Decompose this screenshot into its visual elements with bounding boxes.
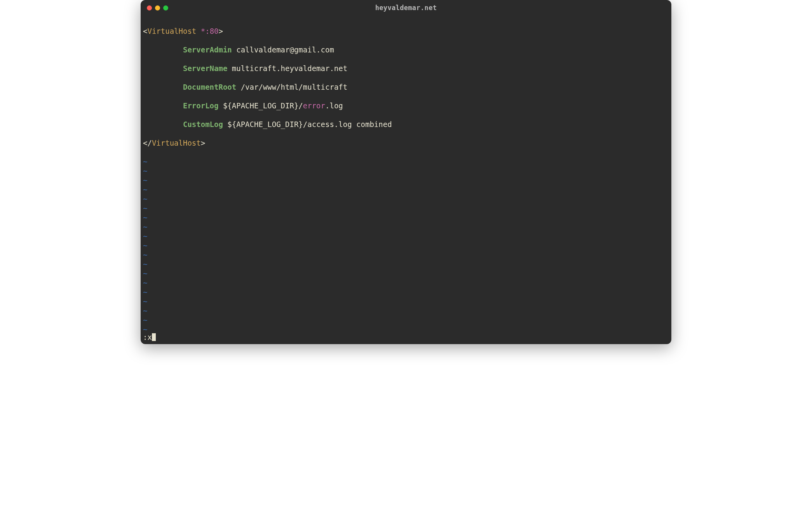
window-controls [141, 5, 168, 10]
directive-value-suffix: .log [325, 101, 343, 110]
code-line: </VirtualHost> [143, 138, 669, 148]
tag-open-bracket: < [143, 27, 147, 35]
vim-empty-line: ~ [143, 166, 669, 176]
code-line: <VirtualHost *:80> [143, 26, 669, 36]
directive-document-root: DocumentRoot [183, 83, 236, 91]
tilde-icon: ~ [143, 241, 147, 250]
vim-empty-line: ~ [143, 176, 669, 185]
tag-close-close-bracket: > [201, 139, 205, 147]
vim-empty-line: ~ [143, 269, 669, 278]
tilde-icon: ~ [143, 185, 147, 194]
terminal-window: heyvaldemar.net <VirtualHost *:80> Serve… [141, 0, 671, 344]
tilde-icon: ~ [143, 316, 147, 324]
tilde-icon: ~ [143, 167, 147, 175]
tilde-icon: ~ [143, 297, 147, 306]
window-title: heyvaldemar.net [141, 3, 671, 12]
minimize-icon[interactable] [155, 5, 160, 10]
vim-empty-line: ~ [143, 157, 669, 166]
vim-empty-line: ~ [143, 306, 669, 315]
tag-close-open-bracket: </ [143, 139, 152, 147]
code-line: DocumentRoot /var/www/html/multicraft [143, 82, 669, 92]
tag-close-bracket: > [219, 27, 223, 35]
directive-custom-log: CustomLog [183, 120, 223, 129]
code-line: ServerAdmin callvaldemar@gmail.com [143, 45, 669, 54]
vim-empty-line: ~ [143, 241, 669, 250]
close-icon[interactable] [147, 5, 152, 10]
cursor-icon [152, 333, 156, 341]
directive-server-name: ServerName [183, 64, 227, 73]
vim-command-line[interactable]: :x [141, 332, 671, 344]
vim-empty-line: ~ [143, 204, 669, 213]
tag-space [196, 27, 200, 35]
tilde-icon: ~ [143, 176, 147, 184]
titlebar: heyvaldemar.net [141, 0, 671, 16]
tilde-icon: ~ [143, 204, 147, 212]
tilde-icon: ~ [143, 278, 147, 287]
vim-editor[interactable]: <VirtualHost *:80> ServerAdmin callvalde… [141, 16, 671, 332]
tilde-icon: ~ [143, 260, 147, 268]
maximize-icon[interactable] [163, 5, 168, 10]
vim-empty-line: ~ [143, 325, 669, 332]
code-line: ErrorLog ${APACHE_LOG_DIR}/error.log [143, 101, 669, 110]
vim-empty-line: ~ [143, 278, 669, 287]
directive-value: callvaldemar@gmail.com [232, 45, 334, 54]
directive-server-admin: ServerAdmin [183, 45, 232, 54]
vim-empty-line: ~ [143, 231, 669, 241]
vim-empty-line: ~ [143, 315, 669, 325]
vim-empty-line: ~ [143, 213, 669, 222]
command-prefix: : [143, 332, 147, 342]
vim-empty-line: ~ [143, 259, 669, 269]
tag-close-name: VirtualHost [152, 139, 201, 147]
tilde-icon: ~ [143, 288, 147, 296]
tilde-icon: ~ [143, 269, 147, 278]
tilde-icon: ~ [143, 195, 147, 203]
tilde-icon: ~ [143, 251, 147, 259]
directive-value-prefix: ${APACHE_LOG_DIR}/ [218, 101, 303, 110]
tilde-icon: ~ [143, 306, 147, 315]
vim-empty-line: ~ [143, 250, 669, 259]
error-keyword: error [303, 101, 325, 110]
tilde-icon: ~ [143, 157, 147, 166]
tilde-icon: ~ [143, 232, 147, 240]
vim-empty-line: ~ [143, 287, 669, 297]
tilde-icon: ~ [143, 213, 147, 222]
directive-value: multicraft.heyvaldemar.net [227, 64, 347, 73]
vim-empty-lines: ~~~~~~~~~~~~~~~~~~~~~~~~~~ [143, 157, 669, 332]
directive-value: ${APACHE_LOG_DIR}/access.log combined [223, 120, 392, 129]
code-line: CustomLog ${APACHE_LOG_DIR}/access.log c… [143, 120, 669, 129]
command-text: x [147, 332, 152, 342]
code-line: ServerName multicraft.heyvaldemar.net [143, 64, 669, 73]
tag-attr: *:80 [201, 27, 219, 35]
vim-empty-line: ~ [143, 185, 669, 194]
vim-empty-line: ~ [143, 297, 669, 306]
tag-name: VirtualHost [147, 27, 196, 35]
vim-empty-line: ~ [143, 222, 669, 231]
tilde-icon: ~ [143, 223, 147, 231]
tilde-icon: ~ [143, 325, 147, 332]
vim-empty-line: ~ [143, 194, 669, 204]
directive-value: /var/www/html/multicraft [236, 83, 347, 91]
directive-error-log: ErrorLog [183, 101, 219, 110]
